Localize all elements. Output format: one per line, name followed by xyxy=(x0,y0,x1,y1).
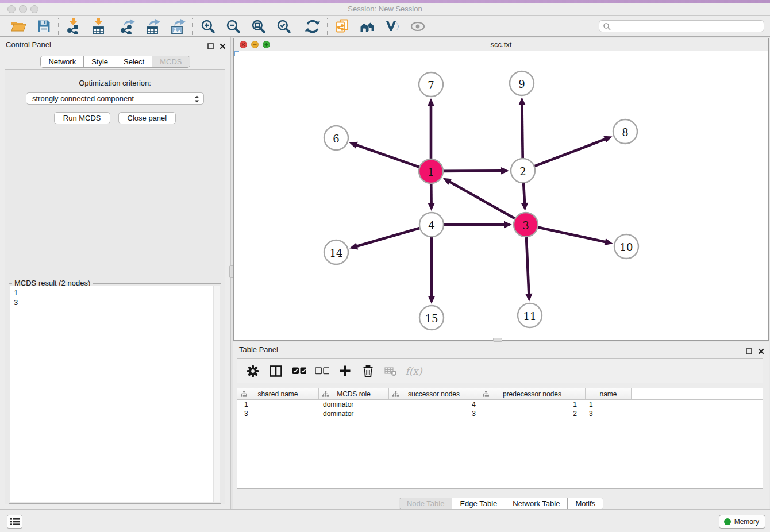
table-row[interactable]: 1dominator411 xyxy=(237,400,763,409)
zoom-selected-button[interactable] xyxy=(271,17,296,36)
open-session-button[interactable] xyxy=(6,17,31,36)
zoom-in-button[interactable] xyxy=(195,17,220,36)
float-panel-icon[interactable] xyxy=(746,346,752,357)
node-11[interactable]: 11 xyxy=(518,303,542,327)
edge-4-3[interactable] xyxy=(442,221,512,228)
network-canvas[interactable]: 7968124314101511 xyxy=(234,51,768,340)
edge-3-1[interactable] xyxy=(443,178,517,219)
edge-2-8[interactable] xyxy=(533,136,613,167)
edge-4-14[interactable] xyxy=(349,228,421,249)
horizontal-splitter-handle[interactable] xyxy=(493,338,502,342)
node-14[interactable]: 14 xyxy=(324,240,348,264)
tab-node-table[interactable]: Node Table xyxy=(399,498,453,509)
node-1[interactable]: 1 xyxy=(419,159,443,183)
zoom-fit-button[interactable] xyxy=(245,17,271,36)
close-panel-button[interactable]: Close panel xyxy=(118,112,176,124)
table-row[interactable]: 3dominator323 xyxy=(237,409,763,418)
table-settings-button[interactable] xyxy=(246,364,260,379)
create-column-button[interactable] xyxy=(338,364,352,379)
node-9[interactable]: 9 xyxy=(510,71,534,95)
frame-maximize-button[interactable] xyxy=(263,41,270,48)
frame-minimize-button[interactable] xyxy=(251,41,259,48)
table-cell[interactable]: dominator xyxy=(319,409,389,418)
table-cell[interactable]: dominator xyxy=(319,400,389,409)
edge-1-6[interactable] xyxy=(349,142,421,168)
node-8[interactable]: 8 xyxy=(613,119,637,144)
run-mcds-button[interactable]: Run MCDS xyxy=(54,112,110,124)
float-panel-icon[interactable] xyxy=(207,41,214,52)
edge-2-9[interactable] xyxy=(518,97,525,160)
delete-column-button[interactable] xyxy=(361,364,375,379)
criterion-select[interactable]: strongly connected component xyxy=(26,92,204,105)
node-7[interactable]: 7 xyxy=(419,72,443,97)
search-input[interactable] xyxy=(613,22,760,31)
network-file-icon xyxy=(335,19,349,33)
show-column-panel-button[interactable] xyxy=(269,364,283,379)
mcds-result-text[interactable]: 1 3 xyxy=(10,286,220,502)
first-neighbors-button[interactable] xyxy=(355,17,380,36)
edge-3-11[interactable] xyxy=(525,236,532,302)
close-panel-icon[interactable] xyxy=(220,41,226,52)
edge-1-4[interactable] xyxy=(428,182,434,211)
table-cell[interactable]: 3 xyxy=(586,409,632,418)
export-network-button[interactable] xyxy=(115,17,140,36)
memory-button[interactable]: Memory xyxy=(719,515,765,529)
table-cell[interactable]: 1 xyxy=(479,400,586,409)
export-image-button[interactable] xyxy=(165,17,191,36)
table-cell[interactable]: 1 xyxy=(586,400,632,409)
task-history-button[interactable] xyxy=(7,515,22,529)
node-3[interactable]: 3 xyxy=(514,213,538,237)
node-15[interactable]: 15 xyxy=(419,306,444,330)
node-4[interactable]: 4 xyxy=(419,213,444,237)
column-header-name[interactable]: name xyxy=(586,388,632,399)
table-cell[interactable]: 2 xyxy=(479,409,586,418)
delete-table-button[interactable] xyxy=(384,364,398,379)
hierarchy-icon xyxy=(392,391,399,399)
table-body: 1dominator4113dominator323 xyxy=(237,400,763,418)
show-hide-button[interactable] xyxy=(405,17,430,36)
import-network-button[interactable] xyxy=(60,17,86,36)
tab-motifs[interactable]: Motifs xyxy=(568,498,603,509)
tab-network[interactable]: Network xyxy=(41,56,84,67)
table-cell[interactable]: 4 xyxy=(389,400,479,409)
edge-1-2[interactable] xyxy=(442,167,509,174)
import-table-button[interactable] xyxy=(86,17,111,36)
node-2[interactable]: 2 xyxy=(511,159,535,183)
tab-edge-table[interactable]: Edge Table xyxy=(452,498,505,509)
zoom-out-button[interactable] xyxy=(220,17,245,36)
search-field[interactable] xyxy=(599,20,764,32)
network-frame-titlebar[interactable]: scc.txt xyxy=(234,38,768,51)
select-all-button[interactable] xyxy=(292,364,306,379)
table-cell[interactable]: 3 xyxy=(389,409,479,418)
network-from-file-button[interactable] xyxy=(329,17,355,36)
column-header-successor-nodes[interactable]: successor nodes xyxy=(389,388,479,399)
column-header-predecessor-nodes[interactable]: predecessor nodes xyxy=(479,388,586,399)
tab-network-table[interactable]: Network Table xyxy=(505,498,568,509)
edge-4-15[interactable] xyxy=(428,236,435,304)
export-table-button[interactable] xyxy=(140,17,165,36)
table-cell[interactable]: 3 xyxy=(237,409,319,418)
plus-icon xyxy=(339,365,351,377)
result-scrollbar[interactable] xyxy=(213,286,220,502)
save-session-button[interactable] xyxy=(31,17,56,36)
node-10[interactable]: 10 xyxy=(614,234,638,259)
unselect-all-button[interactable] xyxy=(315,364,329,379)
function-builder-button[interactable]: f(x) xyxy=(407,364,421,379)
edge-3-10[interactable] xyxy=(537,227,613,245)
network-view-frame: scc.txt 7968124314101511 xyxy=(233,38,769,341)
apply-layout-button[interactable] xyxy=(300,17,325,36)
tab-style[interactable]: Style xyxy=(84,56,116,67)
frame-close-button[interactable] xyxy=(240,41,247,48)
close-panel-icon[interactable] xyxy=(758,346,764,357)
application-window: Session: New Session xyxy=(0,0,770,532)
column-header-shared-name[interactable]: shared name xyxy=(237,388,319,399)
tab-select[interactable]: Select xyxy=(116,56,152,67)
node-6[interactable]: 6 xyxy=(324,126,348,150)
zoom-fit-icon xyxy=(251,19,265,33)
column-header-MCDS-role[interactable]: MCDS role xyxy=(319,388,389,399)
edge-2-3[interactable] xyxy=(521,182,528,211)
edge-1-7[interactable] xyxy=(428,98,434,160)
cyndex-button[interactable] xyxy=(380,17,405,36)
table-cell[interactable]: 1 xyxy=(237,400,319,409)
tab-mcds[interactable]: MCDS xyxy=(152,56,189,67)
